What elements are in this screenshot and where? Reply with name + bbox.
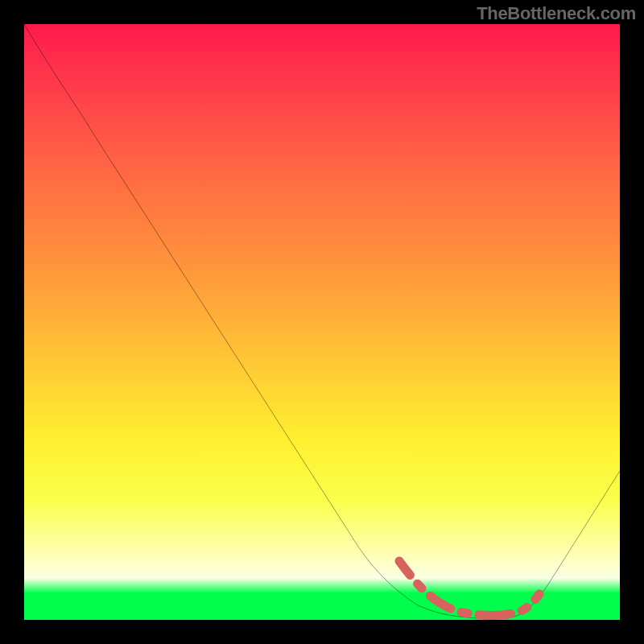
attribution-label: TheBottleneck.com [477,3,636,24]
chart-frame: TheBottleneck.com [0,0,644,644]
plot-area [24,24,620,620]
optimal-range-marker [24,24,620,620]
marker-path [399,561,539,616]
